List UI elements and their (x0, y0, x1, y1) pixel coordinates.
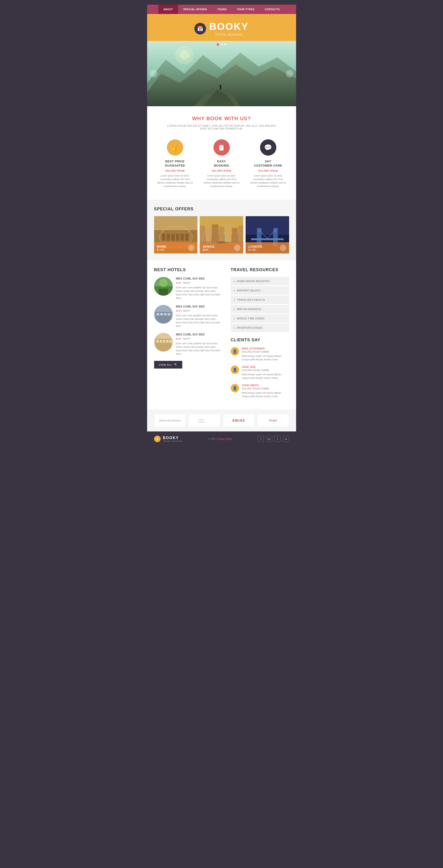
svg-rect-25 (219, 227, 224, 244)
svg-rect-45 (159, 289, 168, 296)
search-icon: 🔍 (174, 363, 178, 366)
footer-title: BOOKY (163, 436, 182, 440)
hotel-desc-3: Dolor nunc vule putalletur ips dol-conse… (176, 342, 222, 356)
twitter-icon[interactable]: t (274, 436, 280, 442)
svg-rect-22 (200, 225, 205, 244)
svg-text:Airlines: Airlines (199, 421, 205, 423)
svg-rect-48 (157, 313, 159, 315)
offer-london-button[interactable]: › (280, 245, 286, 251)
right-col: TRAVEL RESOURCES HONEYMOON REGISTRY AIRP… (228, 268, 289, 402)
hotel-item-3: MES CUML DIA SED $140 / NIGHT Dolor nunc… (154, 333, 222, 356)
offer-venice[interactable]: VENICE $990 › (200, 216, 243, 253)
hotel-image-2 (154, 305, 173, 323)
best-price-subtitle: DOLORE IPSUM (157, 169, 194, 172)
hero-slider: ‹ › (147, 41, 296, 106)
resource-honeymoon[interactable]: HONEYMOON REGISTRY (231, 277, 289, 285)
offer-london[interactable]: LONDON $1,450 › (246, 216, 289, 253)
client-name-1: MIKE STOURNER (242, 347, 289, 350)
svg-rect-18 (185, 234, 189, 241)
svg-point-6 (219, 85, 222, 87)
client-text-2: Morbi tempor quam vel massa adipisci con… (242, 373, 289, 380)
feature-easy-booking: 📋 EASYBOOKING DOLORE IPSUM Lorem ipsum d… (201, 137, 243, 190)
resource-timezones[interactable]: WORLD TIME ZONES (231, 314, 289, 323)
offer-rome-price: $1,850 (157, 248, 166, 251)
resource-health[interactable]: TRAVELER'S HEALTH (231, 296, 289, 304)
customer-care-title: 24/7CUSTOMER CARE (249, 159, 287, 168)
linkedin-icon[interactable]: in (283, 436, 289, 442)
hotel-price-3: $140 / NIGHT (176, 337, 222, 340)
nav-tour-types[interactable]: TOUR TYPES (232, 5, 260, 14)
main-nav: ABOUT SPECIAL OFFERS TOURS TOUR TYPES CO… (147, 5, 296, 14)
svg-point-8 (180, 50, 189, 60)
slider-next-button[interactable]: › (286, 70, 293, 78)
resource-passports[interactable]: PASSPORTS/VISAS (231, 323, 289, 332)
svg-rect-58 (169, 340, 172, 343)
feature-best-price: 👍 BEST PRICEGUARANTEE DOLORE IPSUM Lorem… (154, 137, 196, 190)
view-all-button[interactable]: VIEW ALL 🔍 (154, 361, 182, 369)
page-wrapper: ABOUT SPECIAL OFFERS TOURS TOUR TYPES CO… (147, 5, 296, 446)
client-avatar-2: 👤 (231, 366, 239, 374)
nav-special-offers[interactable]: SPECIAL OFFERS (178, 5, 212, 14)
client-item-1: 👤 MIKE STOURNER DOLORE IPSUM COMME Morbi… (231, 347, 289, 361)
resource-airport[interactable]: AIRPORT DELAYS (231, 286, 289, 295)
customer-care-subtitle: DOLORE IPSUM (249, 169, 287, 172)
offer-venice-price: $990 (203, 248, 214, 251)
hotel-info-2: MES CUML DIA SED $140 / NIGHT Dolor nunc… (176, 305, 222, 328)
client-item-2: 👤 JANE DOE DOLORE IPSUM COMME Morbi temp… (231, 366, 289, 380)
privacy-policy-link[interactable]: Privacy Policy (218, 438, 232, 440)
why-book-title: WHY BOOK WITH US? (154, 116, 289, 122)
offer-venice-button[interactable]: › (234, 245, 240, 251)
features-grid: 👍 BEST PRICEGUARANTEE DOLORE IPSUM Lorem… (154, 137, 289, 190)
slider-dot-1[interactable] (217, 43, 219, 46)
offer-rome-name: ROME (157, 245, 166, 248)
hotel-name-2: MES CUML DIA SED (176, 305, 222, 308)
svg-rect-15 (171, 234, 175, 241)
best-hotels-title: BEST HOTELS (154, 268, 222, 272)
svg-rect-55 (160, 340, 162, 343)
site-subtitle: TRAVEL BOOKING (209, 33, 249, 36)
nav-contacts[interactable]: CONTACTS (260, 5, 285, 14)
offers-grid: ROME $1,850 › (154, 216, 289, 253)
calendar-icon: 📅 (194, 23, 206, 34)
offer-rome-button[interactable]: › (188, 245, 195, 251)
hotel-info-1: MES CUML DIA SED $140 / NIGHT Dolor nunc… (176, 277, 222, 300)
client-role-1: DOLORE IPSUM COMME (242, 350, 289, 353)
site-title: BOOKY (209, 21, 249, 32)
offer-rome-overlay: ROME $1,850 › (154, 242, 198, 253)
hotel-image-1 (154, 277, 173, 296)
slider-dot-2[interactable] (220, 43, 223, 46)
offer-london-overlay: LONDON $1,450 › (246, 242, 289, 253)
svg-rect-28 (238, 225, 243, 244)
site-footer: ● BOOKY TRAVEL BOOKING © 2015 | Privacy … (147, 431, 296, 446)
svg-rect-16 (176, 234, 179, 241)
client-role-3: DOLORE IPSUM COMME (242, 388, 289, 390)
offer-rome[interactable]: ROME $1,850 › (154, 216, 198, 253)
slider-prev-button[interactable]: ‹ (150, 70, 157, 78)
partner-virgin: Virgin (257, 414, 289, 427)
client-info-2: JANE DOE DOLORE IPSUM COMME Morbi tempor… (242, 366, 289, 380)
nav-about[interactable]: ABOUT (158, 5, 178, 14)
clients-say-section: CLIENTS SAY 👤 MIKE STOURNER DOLORE IPSUM… (231, 338, 289, 398)
why-book-subtitle: LOREM IPSUM DOLOR SIT AMET, CON SECTETUR… (163, 124, 280, 130)
client-item-3: 👤 JOHN SMITH DOLORE IPSUM COMME Morbi te… (231, 384, 289, 398)
svg-rect-54 (157, 340, 159, 343)
svg-rect-50 (164, 313, 167, 315)
customer-care-desc: Lorem ipsum dolor sit amet, consectetur … (249, 174, 287, 188)
best-price-title: BEST PRICEGUARANTEE (157, 159, 194, 168)
nav-tours[interactable]: TOURS (212, 5, 232, 14)
svg-rect-56 (163, 340, 165, 343)
googleplus-icon[interactable]: g+ (266, 436, 272, 442)
why-book-section: WHY BOOK WITH US? LOREM IPSUM DOLOR SIT … (147, 106, 296, 199)
client-avatar-1: 👤 (231, 347, 239, 355)
best-price-desc: Lorem ipsum dolor sit amet, consectetur … (157, 174, 194, 188)
facebook-icon[interactable]: f (258, 436, 264, 442)
two-col-section: BEST HOTELS MES CUML DIA SED $140 / NIGH… (147, 260, 296, 409)
site-header: 📅 BOOKY TRAVEL BOOKING (147, 14, 296, 41)
svg-rect-17 (180, 234, 184, 241)
svg-rect-23 (206, 228, 212, 244)
resource-map[interactable]: MAP AN ADDRESS (231, 305, 289, 313)
slider-dot-3[interactable] (224, 43, 227, 46)
travel-resources-title: TRAVEL RESOURCES (231, 268, 289, 272)
best-price-icon: 👍 (167, 139, 183, 156)
offer-london-price: $1,450 (248, 248, 262, 251)
